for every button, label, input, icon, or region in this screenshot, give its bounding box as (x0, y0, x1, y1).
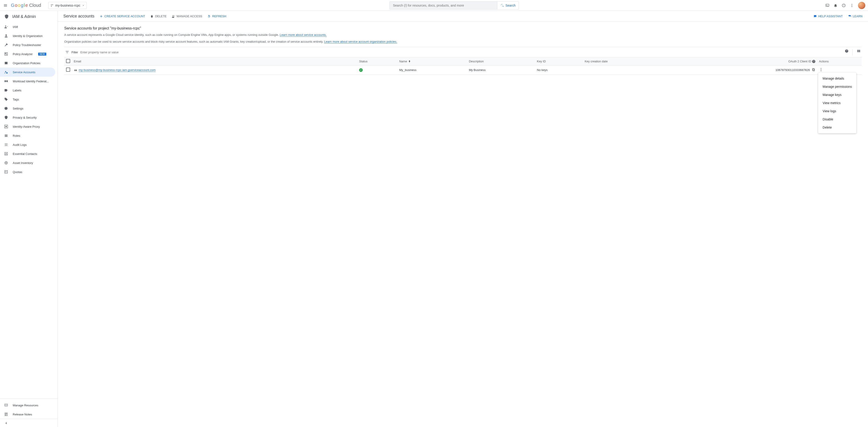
row-checkbox[interactable] (66, 68, 70, 72)
menu-item-manage-keys[interactable]: Manage keys (818, 91, 857, 99)
sidebar-item-quotas[interactable]: Quotas (0, 167, 55, 176)
desc-1: A service account represents a Google Cl… (64, 33, 862, 37)
svg-rect-35 (76, 70, 77, 71)
top-bar: Google Cloud my-business-rcpc Search ? (0, 0, 868, 11)
sidebar-item-asset-inventory[interactable]: Asset Inventory (0, 158, 55, 167)
search-icon (500, 4, 504, 7)
menu-item-view-logs[interactable]: View logs (818, 107, 857, 115)
main-content: Service accounts CREATE SERVICE ACCOUNT … (58, 11, 868, 427)
org-icon (4, 61, 9, 65)
notifications-icon[interactable] (834, 3, 838, 7)
col-description[interactable]: Description (467, 57, 535, 66)
iap-icon (4, 125, 9, 129)
google-cloud-logo[interactable]: Google Cloud (11, 3, 41, 8)
svg-point-0 (51, 4, 52, 5)
help-assistant-button[interactable]: HELP ASSISTANT (813, 14, 843, 18)
more-icon[interactable] (850, 3, 854, 7)
search-wrap: Search (390, 1, 519, 9)
analyzer-icon (4, 52, 9, 56)
asset-icon (4, 161, 9, 165)
col-email[interactable]: Email (72, 57, 357, 66)
menu-item-manage-details[interactable]: Manage details (818, 74, 857, 83)
sidebar-item-settings[interactable]: Settings (0, 104, 55, 113)
svg-rect-15 (6, 72, 7, 73)
sidebar-item-identity-organization[interactable]: Identity & Organization (0, 31, 55, 40)
learn-org-link[interactable]: Learn more about service account organiz… (324, 40, 397, 43)
svg-rect-21 (5, 135, 7, 135)
refresh-button[interactable]: REFRESH (207, 14, 226, 18)
sidebar-item-roles[interactable]: Roles (0, 131, 55, 140)
row-actions-icon[interactable] (819, 68, 823, 72)
filter-help-icon[interactable]: ? (844, 49, 848, 55)
sidebar-item-audit-logs[interactable]: Audit Logs (0, 140, 55, 149)
oauth-help-icon[interactable]: ? (812, 60, 815, 63)
chevron-down-icon (82, 4, 85, 7)
col-keyid[interactable]: Key ID (535, 57, 583, 66)
sidebar-item-service-accounts[interactable]: Service Accounts (0, 68, 55, 77)
iam-icon (4, 25, 9, 29)
desc-2: Organization policies can be used to sec… (64, 39, 862, 44)
status-ok-icon: ✓ (359, 68, 363, 72)
sa-keyid: No keys (535, 66, 583, 75)
search-input[interactable] (390, 1, 497, 9)
menu-item-delete[interactable]: Delete (818, 123, 857, 132)
copy-icon[interactable] (812, 68, 815, 72)
help-icon[interactable]: ? (842, 3, 846, 7)
nav-label: Settings (13, 107, 23, 110)
svg-point-8 (851, 6, 852, 7)
create-service-account-button[interactable]: CREATE SERVICE ACCOUNT (99, 14, 145, 18)
sidebar-item-release-notes[interactable]: Release Notes (0, 410, 55, 419)
filter-bar: Filter ? (64, 47, 862, 57)
col-oauth[interactable]: OAuth 2 Client ID? (672, 57, 817, 66)
svg-point-33 (173, 15, 174, 16)
sidebar-item-identity-aware-proxy[interactable]: Identity-Aware Proxy (0, 122, 55, 131)
manage-access-button[interactable]: MANAGE ACCESS (172, 14, 202, 18)
iam-admin-icon (4, 14, 9, 19)
sidebar-item-tags[interactable]: Tags (0, 95, 55, 104)
svg-point-38 (821, 68, 822, 69)
svg-rect-37 (812, 68, 814, 70)
project-picker[interactable]: my-business-rcpc (48, 2, 87, 9)
col-name[interactable]: Name (398, 57, 467, 66)
search-button[interactable]: Search (497, 1, 519, 9)
column-display-icon[interactable] (857, 49, 861, 55)
learn-sa-link[interactable]: Learn more about service accounts. (280, 33, 327, 37)
menu-item-view-metrics[interactable]: View metrics (818, 99, 857, 107)
nav-label: Service Accounts (13, 70, 35, 74)
menu-item-disable[interactable]: Disable (818, 115, 857, 123)
sidebar-item-workload-identity-federat-[interactable]: Workload Identity Federat... (0, 77, 55, 86)
select-all-checkbox[interactable] (66, 59, 70, 63)
learn-button[interactable]: LEARN (848, 14, 863, 18)
nav-label: Workload Identity Federat... (13, 79, 49, 83)
sidebar-item-policy-troubleshooter[interactable]: Policy Troubleshooter (0, 40, 55, 50)
col-status[interactable]: Status (357, 57, 398, 66)
sidebar-item-labels[interactable]: Labels (0, 86, 55, 95)
nav-label: Tags (13, 98, 19, 101)
svg-point-6 (851, 4, 852, 4)
sidebar-item-privacy-security[interactable]: Privacy & Security (0, 113, 55, 122)
sa-email-link[interactable]: my-business@my-business-rcpc.iam.gservic… (79, 68, 155, 72)
delete-button[interactable]: DELETE (150, 14, 166, 18)
user-avatar[interactable] (858, 2, 865, 9)
plus-icon (99, 14, 103, 18)
sidebar-item-essential-contacts[interactable]: Essential Contacts (0, 149, 55, 158)
learn-icon (848, 14, 851, 18)
trash-icon (150, 14, 154, 18)
nav-label: Labels (13, 89, 21, 92)
sidebar-item-organization-policies[interactable]: Organization Policies (0, 59, 55, 68)
service-accounts-table: Email Status Name Description Key ID Key… (64, 57, 862, 75)
collapse-sidebar[interactable] (0, 419, 58, 427)
cloud-shell-icon[interactable] (825, 3, 829, 7)
nav-menu-icon[interactable] (3, 3, 8, 8)
svg-point-14 (5, 71, 6, 72)
svg-rect-22 (5, 135, 7, 136)
col-keydate[interactable]: Key creation date (583, 57, 672, 66)
svg-point-30 (6, 405, 7, 405)
svg-rect-23 (5, 136, 7, 137)
sidebar-item-iam[interactable]: IAM (0, 22, 55, 31)
sidebar-item-manage-resources[interactable]: Manage Resources (0, 401, 55, 410)
menu-item-manage-permissions[interactable]: Manage permissions (818, 83, 857, 91)
sidebar-item-policy-analyzer[interactable]: Policy AnalyzerNEW (0, 50, 55, 59)
nav-label: Release Notes (13, 413, 32, 416)
filter-input[interactable] (80, 51, 842, 54)
